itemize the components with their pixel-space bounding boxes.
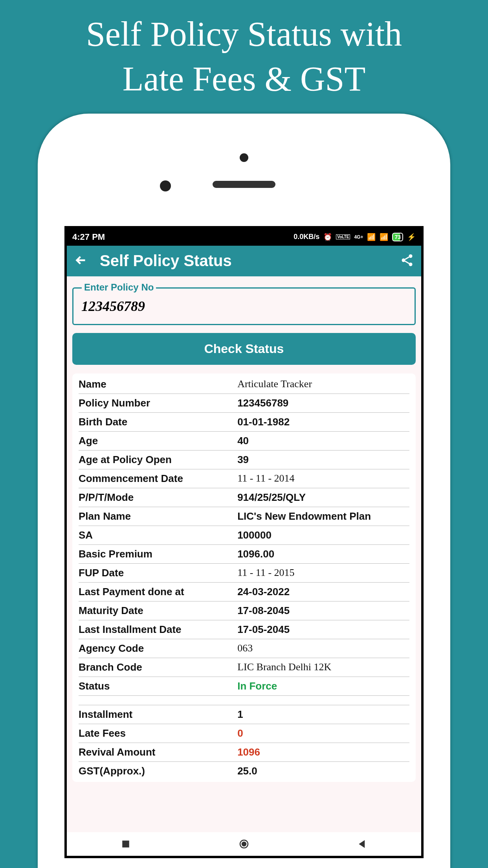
row-value: 1 <box>237 708 409 721</box>
promo-line2: Late Fees & GST <box>8 57 480 101</box>
row-label: FUP Date <box>79 567 237 579</box>
row-label: Age at Policy Open <box>79 454 237 466</box>
row-value: 1096 <box>237 746 409 758</box>
table-row: Branch CodeLIC Branch Delhi 12K <box>79 658 409 677</box>
table-row: Maturity Date17-08-2045 <box>79 601 409 620</box>
row-value: 17-08-2045 <box>237 605 409 617</box>
table-row: StatusIn Force <box>79 677 409 696</box>
table-row: NameArticulate Tracker <box>79 375 409 394</box>
row-label: Branch Code <box>79 661 237 673</box>
row-value: LIC's New Endowment Plan <box>237 510 409 522</box>
row-value: Articulate Tracker <box>237 378 409 390</box>
row-label: P/P/T/Mode <box>79 491 237 504</box>
policy-input-label: Enter Policy No <box>82 282 156 293</box>
row-value: 063 <box>237 642 409 655</box>
row-label: Age <box>79 435 237 447</box>
camera-dot <box>240 153 248 162</box>
charging-icon: ⚡ <box>407 233 416 241</box>
phone-bezel <box>48 124 440 218</box>
phone-frame: 4:27 PM 0.0KB/s ⏰ VoLTE 4G+ 📶 📶 73 ⚡ Sel… <box>38 114 450 868</box>
table-row: SA100000 <box>79 526 409 545</box>
row-value: 25.0 <box>237 765 409 777</box>
row-value: 123456789 <box>237 397 409 409</box>
row-value: 24-03-2022 <box>237 586 409 598</box>
table-row: Commencement Date11 - 11 - 2014 <box>79 469 409 488</box>
battery-indicator: 73 <box>392 233 403 241</box>
row-value: 100000 <box>237 529 409 541</box>
back-arrow-icon[interactable] <box>74 253 88 269</box>
table-row: Age at Policy Open39 <box>79 451 409 469</box>
status-bar: 4:27 PM 0.0KB/s ⏰ VoLTE 4G+ 📶 📶 73 ⚡ <box>67 228 421 246</box>
alarm-icon: ⏰ <box>323 233 332 241</box>
table-row: Agency Code063 <box>79 639 409 658</box>
row-value: 11 - 11 - 2014 <box>237 473 409 485</box>
table-row: Revival Amount1096 <box>79 743 409 762</box>
volte-badge: VoLTE <box>336 234 350 239</box>
row-label: Basic Premium <box>79 548 237 560</box>
home-button[interactable] <box>238 838 250 850</box>
table-row: Last Installment Date17-05-2045 <box>79 620 409 639</box>
table-row: Age40 <box>79 432 409 451</box>
svg-rect-3 <box>123 840 130 848</box>
check-status-button[interactable]: Check Status <box>72 333 416 365</box>
table-row: Birth Date01-01-1982 <box>79 413 409 432</box>
status-time: 4:27 PM <box>72 232 105 242</box>
back-button[interactable] <box>356 838 368 850</box>
row-label: Birth Date <box>79 416 237 428</box>
row-value: 11 - 11 - 2015 <box>237 567 409 579</box>
row-value: 0 <box>237 727 409 739</box>
row-label: Last Payment done at <box>79 586 237 598</box>
page-title: Self Policy Status <box>100 252 388 270</box>
row-label: Last Installment Date <box>79 623 237 636</box>
recent-apps-button[interactable] <box>120 838 132 850</box>
sensor-dot <box>160 180 171 191</box>
svg-point-1 <box>402 258 405 262</box>
row-value: 17-05-2045 <box>237 623 409 636</box>
policy-input-wrap: Enter Policy No <box>72 287 416 325</box>
table-row: Plan NameLIC's New Endowment Plan <box>79 507 409 526</box>
svg-point-0 <box>409 254 413 258</box>
table-row: P/P/T/Mode914/25/25/QLY <box>79 488 409 507</box>
table-row: Last Payment done at24-03-2022 <box>79 583 409 601</box>
details-card: NameArticulate TrackerPolicy Number12345… <box>72 373 416 782</box>
row-value: In Force <box>237 680 409 692</box>
signal-icon: 📶 <box>367 233 376 241</box>
row-label: Commencement Date <box>79 473 237 485</box>
table-row: Policy Number123456789 <box>79 394 409 413</box>
table-row: Late Fees0 <box>79 724 409 743</box>
promo-line1: Self Policy Status with <box>8 12 480 57</box>
row-label: Installment <box>79 708 237 721</box>
status-speed: 0.0KB/s <box>294 233 319 241</box>
row-label: Plan Name <box>79 510 237 522</box>
svg-point-2 <box>409 263 413 266</box>
row-value: 39 <box>237 454 409 466</box>
android-nav-bar <box>67 832 421 856</box>
signal-icon-2: 📶 <box>380 233 388 241</box>
table-row: FUP Date11 - 11 - 2015 <box>79 564 409 583</box>
row-label: Maturity Date <box>79 605 237 617</box>
screen: 4:27 PM 0.0KB/s ⏰ VoLTE 4G+ 📶 📶 73 ⚡ Sel… <box>64 226 424 858</box>
promo-title: Self Policy Status with Late Fees & GST <box>0 0 488 106</box>
table-row: Installment1 <box>79 705 409 724</box>
row-label: GST(Approx.) <box>79 765 237 777</box>
table-row: GST(Approx.)25.0 <box>79 762 409 780</box>
row-label: Revival Amount <box>79 746 237 758</box>
svg-point-5 <box>242 842 246 846</box>
row-value: 1096.00 <box>237 548 409 560</box>
row-value: 40 <box>237 435 409 447</box>
app-bar: Self Policy Status <box>67 246 421 276</box>
row-label: Agency Code <box>79 642 237 655</box>
row-label: Name <box>79 378 237 390</box>
row-label: Status <box>79 680 237 692</box>
content-area: Enter Policy No Check Status NameArticul… <box>67 276 421 832</box>
status-right: 0.0KB/s ⏰ VoLTE 4G+ 📶 📶 73 ⚡ <box>294 233 416 241</box>
section-divider <box>79 696 409 705</box>
row-label: SA <box>79 529 237 541</box>
row-label: Policy Number <box>79 397 237 409</box>
row-label: Late Fees <box>79 727 237 739</box>
policy-number-input[interactable] <box>72 287 416 325</box>
share-icon[interactable] <box>400 253 414 269</box>
row-value: 01-01-1982 <box>237 416 409 428</box>
net-type: 4G+ <box>354 234 363 240</box>
row-value: 914/25/25/QLY <box>237 491 409 504</box>
